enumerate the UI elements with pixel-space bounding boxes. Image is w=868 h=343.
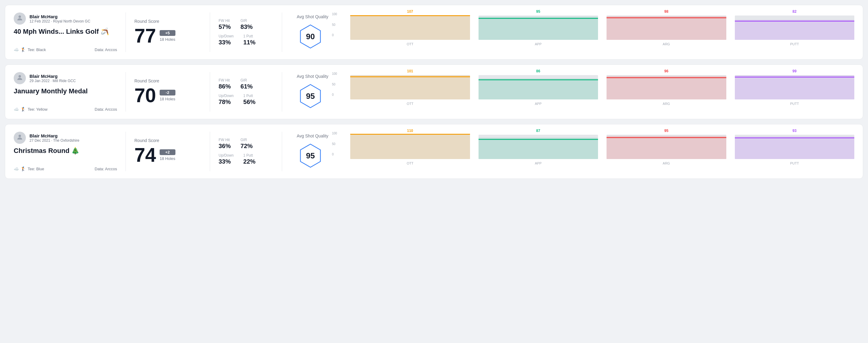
bar-value-app: 95	[536, 9, 540, 14]
score-badge-col: +5 18 Holes	[160, 30, 175, 42]
round-left-section: Blair McHarg 12 Feb 2022 · Royal North D…	[14, 12, 117, 52]
score-row: 74 +2 18 Holes	[134, 145, 201, 165]
quality-label: Avg Shot Quality	[297, 74, 328, 79]
stat-updown: Up/Down 33%	[219, 153, 234, 165]
bar-fill	[735, 75, 855, 99]
stats-section: FW Hit 57% GIR 83% Up/Down 33% 1 Putt	[219, 12, 273, 52]
stat-gir: GIR 72%	[241, 138, 253, 150]
bar-value-app: 86	[536, 69, 540, 73]
fw-hit-value: 86%	[219, 83, 231, 90]
stats-row-bottom: Up/Down 33% 1 Putt 11%	[219, 34, 273, 46]
bar-wrapper	[478, 15, 598, 40]
section-divider	[126, 72, 126, 112]
putt-label: 1 Putt	[243, 34, 255, 38]
gir-value: 83%	[241, 23, 253, 30]
bar-wrapper	[735, 135, 855, 159]
bar-label: APP	[535, 161, 541, 165]
bar-line	[735, 76, 855, 77]
bar-value-ott: 110	[407, 129, 413, 133]
score-section: Round Score 77 +5 18 Holes	[134, 12, 201, 52]
avatar	[14, 72, 26, 84]
score-holes: 18 Holes	[160, 97, 175, 101]
bar-line	[607, 137, 726, 138]
bar-label: PUTT	[790, 161, 799, 165]
tee-label: Tee: Black	[28, 48, 46, 52]
updown-value: 33%	[219, 158, 234, 165]
avatar-icon	[16, 74, 23, 83]
putt-label: 1 Putt	[243, 94, 255, 98]
bar-col-app: 86 APP	[478, 69, 598, 105]
gir-label: GIR	[241, 138, 253, 142]
bar-col-app: 87 APP	[478, 129, 598, 165]
score-badge-col: -2 18 Holes	[160, 90, 175, 101]
bar-wrapper	[350, 75, 470, 99]
quality-section: Avg Shot Quality 95	[291, 132, 333, 171]
tee-label: Tee: Yellow	[28, 107, 48, 112]
stats-row-top: FW Hit 86% GIR 61%	[219, 78, 273, 90]
stat-fw-hit: FW Hit 57%	[219, 19, 231, 30]
bar-col-arg: 96 ARG	[607, 69, 726, 105]
section-divider-3	[282, 12, 282, 52]
tee-info: ☁️ 🏌️ Tee: Black	[14, 47, 46, 52]
quality-score: 95	[306, 92, 315, 101]
data-source: Data: Arccos	[95, 48, 117, 52]
bar-line	[735, 137, 855, 138]
bar-fill	[478, 17, 598, 40]
bar-line	[350, 134, 470, 135]
weather-icon: ☁️	[14, 107, 19, 112]
stats-row-top: FW Hit 36% GIR 72%	[219, 138, 273, 150]
quality-label: Avg Shot Quality	[297, 133, 328, 138]
stat-fw-hit: FW Hit 86%	[219, 78, 231, 90]
bar-wrapper	[607, 135, 726, 159]
chart-y-axis: 100 50 0	[332, 12, 337, 37]
bar-col-putt: 82 PUTT	[735, 9, 855, 46]
score-badge: +5	[160, 30, 175, 36]
stats-row-bottom: Up/Down 78% 1 Putt 56%	[219, 94, 273, 105]
bar-line	[735, 21, 855, 22]
bar-value-app: 87	[536, 129, 540, 133]
gir-value: 72%	[241, 143, 253, 150]
updown-label: Up/Down	[219, 94, 234, 98]
score-number: 74	[134, 145, 156, 165]
bar-label: APP	[535, 42, 541, 46]
score-section: Round Score 70 -2 18 Holes	[134, 72, 201, 112]
section-divider	[126, 12, 126, 52]
score-badge-col: +2 18 Holes	[160, 149, 175, 161]
chart-section: 100 50 0 101 OTT 86 APP	[333, 72, 854, 112]
bar-value-ott: 101	[407, 69, 413, 73]
round-left-section: Blair McHarg 29 Jan 2022 · Mill Ride GCC…	[14, 72, 117, 112]
stat-putt: 1 Putt 22%	[243, 153, 255, 165]
bar-col-ott: 110 OTT	[350, 129, 470, 165]
stat-updown: Up/Down 78%	[219, 94, 234, 105]
bar-col-putt: 99 PUTT	[735, 69, 855, 105]
score-holes: 18 Holes	[160, 37, 175, 42]
section-divider-3	[282, 72, 282, 112]
score-badge: -2	[160, 90, 175, 95]
bar-value-arg: 98	[664, 9, 668, 14]
quality-score: 90	[306, 32, 315, 41]
stat-putt: 1 Putt 11%	[243, 34, 255, 46]
user-details: Blair McHarg 27 Dec 2021 · The Oxfordshi…	[30, 133, 79, 143]
bar-wrapper	[478, 135, 598, 159]
avatar-icon	[16, 14, 23, 23]
bar-wrapper	[607, 75, 726, 99]
bar-col-app: 95 APP	[478, 9, 598, 46]
putt-value: 56%	[243, 98, 255, 105]
bar-line	[478, 139, 598, 140]
stat-putt: 1 Putt 56%	[243, 94, 255, 105]
bar-line	[350, 76, 470, 77]
avatar	[14, 132, 26, 144]
bar-col-putt: 93 PUTT	[735, 129, 855, 165]
fw-hit-label: FW Hit	[219, 19, 231, 23]
bar-line	[478, 80, 598, 80]
score-label: Round Score	[134, 79, 201, 83]
bar-label: ARG	[663, 102, 670, 105]
bar-fill	[607, 76, 726, 99]
hexagon-container: 90	[297, 23, 324, 50]
score-row: 77 +5 18 Holes	[134, 26, 201, 45]
gir-label: GIR	[241, 78, 253, 83]
weather-icon: ☁️	[14, 166, 19, 171]
score-label: Round Score	[134, 19, 201, 24]
bar-value-putt: 82	[793, 9, 797, 14]
putt-label: 1 Putt	[243, 153, 255, 157]
